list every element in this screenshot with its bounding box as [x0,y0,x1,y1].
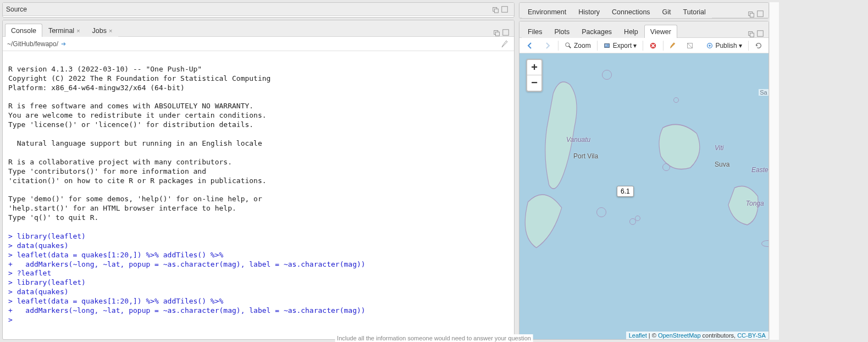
svg-rect-11 [757,31,763,37]
tab-environment[interactable]: Environment [522,5,572,18]
source-pane: Source [2,2,515,18]
leaflet-map[interactable]: + − Vanuatu Port Vila Viti Suva Eastern … [519,53,769,339]
svg-rect-5 [503,30,509,36]
console-output-line: R is a collaborative project with many c… [8,158,508,167]
svg-rect-4 [495,32,499,36]
broom-icon[interactable] [501,40,510,48]
back-button[interactable] [523,40,537,51]
svg-rect-10 [750,33,754,37]
console-input-line: > leaflet(data = quakes[1:20,]) %>% addT… [8,251,508,260]
console-input-line: > data(quakes) [8,288,508,297]
maximize-icon[interactable] [502,29,510,36]
svg-rect-8 [757,11,763,17]
console-output-line: R version 4.1.3 (2022-03-10) -- "One Pus… [8,65,508,74]
remove-button[interactable] [646,41,660,51]
viewer-toolbar: Zoom Export ▾ Publish ▾ [519,38,769,53]
tab-jobs[interactable]: Jobs× [86,24,119,37]
tab-console[interactable]: Console [5,24,42,37]
console-output-line [8,185,508,195]
console-input-line: > [8,316,508,325]
export-button[interactable]: Export ▾ [601,41,640,51]
console-output-line [8,56,508,65]
console-output-line: 'citation()' on how to cite R or R packa… [8,176,508,186]
refresh-button[interactable] [752,41,765,51]
osm-link[interactable]: OpenStreetMap [658,332,701,339]
map-label-eastern: Eastern [751,166,769,174]
console-output-line: You are welcome to redistribute it under… [8,111,508,120]
zoom-in-button[interactable]: + [527,60,541,75]
environment-pane: EnvironmentHistoryConnectionsGitTutorial [519,2,769,19]
console-output-line [8,93,508,102]
map-label-port-vila: Port Vila [573,152,598,160]
forward-button[interactable] [540,40,555,51]
svg-point-21 [709,45,711,47]
map-label-viti: Viti [715,144,723,152]
maximize-icon[interactable] [501,5,508,13]
console-output-line: Type 'contributors()' for more informati… [8,167,508,176]
footer-hint: Include all the information someone woul… [335,334,533,342]
environment-tabbar: EnvironmentHistoryConnectionsGitTutorial [519,3,769,18]
chevron-down-icon: ▾ [739,42,742,49]
publish-button[interactable]: Publish ▾ [703,41,744,51]
maximize-icon[interactable] [756,30,764,37]
console-output[interactable]: R version 4.1.3 (2022-03-10) -- "One Pus… [3,51,514,339]
console-pane: Console Terminal× Jobs× ~/GitHub/fewapo/… [2,20,515,340]
tab-history[interactable]: History [572,5,606,18]
svg-rect-7 [750,13,754,17]
console-output-line [8,130,508,139]
tab-terminal[interactable]: Terminal× [42,24,86,37]
map-label-tonga: Tonga [746,200,764,207]
tab-packages[interactable]: Packages [576,25,618,38]
tab-tutorial[interactable]: Tutorial [677,5,712,18]
close-icon[interactable]: × [109,27,112,34]
window-icon[interactable] [493,29,501,36]
source-title: Source [6,5,27,13]
tab-viewer[interactable]: Viewer [644,25,677,38]
tab-plots[interactable]: Plots [548,25,576,38]
console-output-line: Type 'demo()' for some demos, 'help()' f… [8,195,508,204]
console-input-line: > leaflet(data = quakes[1:20,]) %>% addT… [8,297,508,306]
tab-help[interactable]: Help [618,25,644,38]
minimize-icon[interactable] [492,5,500,13]
console-input-line: > library(leaflet) [8,278,508,288]
viewer-tabbar: FilesPlotsPackagesHelpViewer [519,21,769,38]
tab-git[interactable]: Git [656,5,677,18]
console-subbar: ~/GitHub/fewapo/ [3,37,514,51]
cc-link[interactable]: CC-BY-SA [737,332,766,339]
console-output-line: 'help.start()' for an HTML browser inter… [8,204,508,213]
console-input-line: > library(leaflet) [8,232,508,241]
tab-connections[interactable]: Connections [606,5,656,18]
console-output-line: Platform: x86_64-w64-mingw32/x64 (64-bit… [8,84,508,93]
window-icon[interactable] [748,30,755,37]
viewer-pane: FilesPlotsPackagesHelpViewer Zoom Export… [519,21,769,340]
svg-line-13 [569,46,571,48]
console-output-line: Natural language support but running in … [8,139,508,148]
maximize-icon[interactable] [756,10,764,18]
chevron-down-icon: ▾ [633,42,637,49]
console-output-line: Type 'q()' to quit R. [8,213,508,223]
console-input-line: + addMarkers(~long, ~lat, popup = ~as.ch… [8,306,508,316]
arrow-icon[interactable] [60,40,68,48]
clear-button[interactable] [667,41,680,51]
console-input-line: > ?leaflet [8,269,508,278]
map-svg [519,53,769,339]
window-icon[interactable] [748,10,755,18]
map-attribution: Leaflet | © OpenStreetMap contributors, … [626,332,769,339]
working-directory[interactable]: ~/GitHub/fewapo/ [7,40,58,48]
sync-button[interactable] [683,41,696,51]
svg-rect-14 [604,43,609,47]
leaflet-link[interactable]: Leaflet [629,332,647,339]
console-output-line [8,223,508,232]
tab-files[interactable]: Files [522,25,548,38]
zoom-button[interactable]: Zoom [562,41,594,51]
zoom-control: + − [526,59,543,92]
zoom-out-button[interactable]: − [527,75,541,91]
marker-tooltip[interactable]: 6.1 [617,186,634,197]
console-input-line: + addMarkers(~long, ~lat, popup = ~as.ch… [8,260,508,269]
right-gutter [769,2,779,340]
close-icon[interactable]: × [76,27,80,34]
console-input-line: > data(quakes) [8,241,508,251]
map-label-suva: Suva [715,161,729,168]
svg-rect-1 [494,9,498,13]
console-output-line: Type 'license()' or 'licence()' for dist… [8,120,508,130]
